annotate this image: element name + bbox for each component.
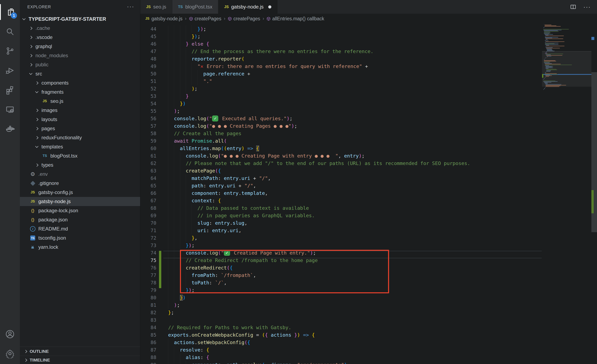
tree-item-node-modules[interactable]: node_modules xyxy=(20,51,140,60)
annotation-rectangle xyxy=(180,250,389,293)
minimap[interactable] xyxy=(542,14,591,364)
breadcrumb-file[interactable]: JSgatsby-node.js xyxy=(145,16,182,22)
ts-file-icon: TS xyxy=(42,154,48,158)
code-line-69[interactable]: 69 // in page queries as GraphQL variabl… xyxy=(140,212,597,219)
tab-seo-js[interactable]: JSseo.js xyxy=(140,0,172,14)
more-actions-icon[interactable]: ··· xyxy=(583,3,591,10)
tree-item-fragments[interactable]: fragments xyxy=(20,87,140,97)
code-line-84[interactable]: 84// Required for Paths to work with Gat… xyxy=(140,324,597,331)
split-editor-icon[interactable] xyxy=(570,4,576,10)
code-line-47[interactable]: 47 // End the process as there were no e… xyxy=(140,48,597,55)
chevron-right-icon xyxy=(35,163,39,167)
code-line-50[interactable]: 50 page.reference + xyxy=(140,70,597,78)
code-line-81[interactable]: 81 ); xyxy=(140,301,597,309)
code-line-45[interactable]: 45 }); xyxy=(140,33,597,40)
code-line-59[interactable]: 59 await Promise.all( xyxy=(140,137,597,145)
code-line-54[interactable]: 54 }) xyxy=(140,100,597,107)
extensions-icon[interactable] xyxy=(0,81,20,99)
docker-icon[interactable] xyxy=(0,120,20,138)
breadcrumb-symbol[interactable]: allEntries.map() callback xyxy=(267,16,324,22)
tree-item-package-lock-json[interactable]: {}package-lock.json xyxy=(20,206,140,215)
code-line-88[interactable]: 88 alias: { xyxy=(140,354,597,361)
chevron-right-icon xyxy=(24,358,27,362)
remote-explorer-icon[interactable] xyxy=(0,100,20,119)
tab-blogpost-tsx[interactable]: TSblogPost.tsx xyxy=(172,0,219,14)
tree-item-components[interactable]: components xyxy=(20,78,140,87)
tree-item-gatsby-config-js[interactable]: JSgatsby-config.js xyxy=(20,188,140,197)
code-line-85[interactable]: 85exports.onCreateWebpackConfig = ({ act… xyxy=(140,331,597,339)
settings-icon[interactable] xyxy=(0,345,20,363)
scrollbar[interactable] xyxy=(591,14,597,364)
tree-item-package-json[interactable]: {}package.json xyxy=(20,215,140,224)
source-control-icon[interactable] xyxy=(0,42,20,60)
timeline-section[interactable]: TIMELINE xyxy=(20,356,140,364)
run-debug-icon[interactable] xyxy=(0,61,20,79)
dirty-indicator-icon[interactable] xyxy=(268,5,271,8)
code-line-66[interactable]: 66 component: entry.template, xyxy=(140,190,597,197)
code-line-73[interactable]: 73 }); xyxy=(140,242,597,249)
code-line-51[interactable]: 51 "." xyxy=(140,78,597,85)
line-number: 65 xyxy=(140,182,156,190)
code-line-52[interactable]: 52 ); xyxy=(140,85,597,92)
code-line-89[interactable]: 89 components: path.resolve(__dirname, "… xyxy=(140,361,597,364)
tree-item-public[interactable]: public xyxy=(20,60,140,69)
tree-item-src[interactable]: src xyxy=(20,69,140,78)
breadcrumb-symbol[interactable]: createPages xyxy=(228,16,260,22)
code-line-83[interactable]: 83 xyxy=(140,316,597,324)
tab-gatsby-node-js[interactable]: JSgatsby-node.js xyxy=(218,0,277,14)
code-line-55[interactable]: 55 ); xyxy=(140,107,597,115)
more-actions-icon[interactable]: ··· xyxy=(127,3,134,10)
code-line-62[interactable]: 62 // Please note that we add "/" to the… xyxy=(140,160,597,167)
tree-item--env[interactable]: ⚙.env xyxy=(20,170,140,179)
code-line-72[interactable]: 72 }, xyxy=(140,234,597,242)
code-line-86[interactable]: 86 actions.setWebpackConfig({ xyxy=(140,339,597,346)
search-icon[interactable] xyxy=(0,22,20,41)
tree-item--vscode[interactable]: .vscode xyxy=(20,33,140,42)
code-line-67[interactable]: 67 context: { xyxy=(140,197,597,204)
code-line-64[interactable]: 64 matchPath: entry.uri + "/", xyxy=(140,174,597,182)
tree-item-gatsby-node-js[interactable]: JSgatsby-node.js xyxy=(20,197,140,206)
tree-item--cache[interactable]: .cache xyxy=(20,24,140,33)
tree-item-graphql[interactable]: graphql xyxy=(20,42,140,51)
code-line-80[interactable]: 80 }) xyxy=(140,294,597,301)
code-line-65[interactable]: 65 path: entry.uri + "/", xyxy=(140,182,597,190)
js-file-icon: JS xyxy=(42,99,48,103)
code-pane[interactable]: 44 });45 });46 } else {47 // End the pro… xyxy=(140,14,597,364)
outline-section[interactable]: OUTLINE xyxy=(20,347,140,356)
line-number: 60 xyxy=(140,145,156,152)
code-line-70[interactable]: 70 slug: entry.slug, xyxy=(140,219,597,227)
code-line-87[interactable]: 87 resolve: { xyxy=(140,346,597,354)
code-line-53[interactable]: 53 } xyxy=(140,92,597,100)
line-number: 76 xyxy=(140,264,156,272)
accounts-icon[interactable] xyxy=(0,325,20,343)
code-line-46[interactable]: 46 } else { xyxy=(140,40,597,48)
tree-item-templates[interactable]: templates xyxy=(20,142,140,151)
tree-item-readme-md[interactable]: iREADME.md xyxy=(20,224,140,233)
code-line-49[interactable]: 49 "✕ Error: there are no entries for qu… xyxy=(140,63,597,70)
code-line-63[interactable]: 63 createPage({ xyxy=(140,167,597,174)
tree-item-reduxfunctionality[interactable]: reduxFunctionality xyxy=(20,133,140,142)
code-line-58[interactable]: 58 // Create all the pages xyxy=(140,130,597,137)
code-line-60[interactable]: 60 allEntries.map((entry) => { xyxy=(140,145,597,152)
tree-item-images[interactable]: images xyxy=(20,106,140,115)
tree-item-seo-js[interactable]: JSseo.js xyxy=(20,97,140,106)
code-line-71[interactable]: 71 uri: entry.uri, xyxy=(140,227,597,234)
tree-item-tsconfig-json[interactable]: TStsconfig.json xyxy=(20,233,140,243)
code-line-61[interactable]: 61 console.log("● ● ● Creating Page with… xyxy=(140,152,597,160)
code-line-56[interactable]: 56 console.log("✓ Executed all queries."… xyxy=(140,115,597,122)
code-line-44[interactable]: 44 }); xyxy=(140,25,597,33)
code-line-48[interactable]: 48 reporter.reporter( xyxy=(140,55,597,63)
code-line-82[interactable]: 82}; xyxy=(140,309,597,316)
tree-item-yarn-lock[interactable]: yarn.lock xyxy=(20,243,140,252)
tree-item-blogpost-tsx[interactable]: TSblogPost.tsx xyxy=(20,151,140,160)
tree-item-types[interactable]: types xyxy=(20,160,140,170)
tree-item--gitignore[interactable]: .gitignore xyxy=(20,179,140,188)
code-line-57[interactable]: 57 console.log("● ● ● Creating Pages ● ●… xyxy=(140,122,597,130)
tree-root-folder[interactable]: TYPESCRIPT-GATSBY-STARTER xyxy=(20,15,140,24)
symbol-icon xyxy=(228,17,232,21)
explorer-icon[interactable]: 1 xyxy=(0,3,20,21)
tree-item-pages[interactable]: pages xyxy=(20,124,140,133)
code-line-68[interactable]: 68 // Data passed to context is availabl… xyxy=(140,204,597,212)
tree-item-layouts[interactable]: layouts xyxy=(20,115,140,124)
breadcrumb-symbol[interactable]: createPages xyxy=(189,16,221,22)
